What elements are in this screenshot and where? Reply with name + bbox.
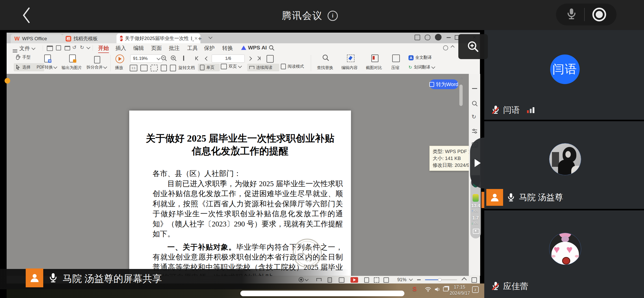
next-page-button[interactable] — [248, 57, 252, 61]
pdf-convert-button[interactable]: W PDF转换 — [37, 54, 58, 73]
menu-home[interactable]: 开始 — [98, 45, 109, 53]
continuous-read-button[interactable]: 连续阅读 — [247, 64, 279, 71]
cartoon-heart-eye-left: ♥ — [554, 244, 560, 255]
tab-docer[interactable]: 稻 找稻壳模板 — [62, 34, 119, 43]
zoom-value-dropdown[interactable]: 91.19% — [130, 55, 163, 63]
zoom-out-icon[interactable] — [161, 55, 167, 62]
presenter-badge — [26, 268, 43, 287]
full-translate-label: 全文翻译 — [415, 55, 432, 60]
redo-icon[interactable]: ↻ — [80, 44, 84, 50]
wps-menu-bar: 文件 ↺ ↻ 开始 插入 编辑 页面 批注 工具 保护 转换 WPS AI — [7, 43, 480, 53]
chevron-down-icon — [238, 64, 242, 68]
first-page-button[interactable] — [195, 57, 199, 60]
export-image-label: 输出为图片 — [62, 65, 82, 71]
full-translate-button[interactable]: A 全文翻译 — [408, 55, 432, 60]
participant-tile-2[interactable]: 马院 汤益尊 — [484, 121, 644, 209]
menu-convert[interactable]: 转换 — [222, 45, 233, 52]
menu-edit[interactable]: 编辑 — [133, 45, 144, 52]
microphone-button[interactable] — [566, 7, 577, 22]
account-avatar[interactable] — [435, 34, 442, 40]
fit-width-icon[interactable] — [140, 65, 148, 71]
search-icon[interactable] — [269, 45, 275, 51]
menu-insert[interactable]: 插入 — [115, 45, 126, 52]
export-image-icon — [69, 55, 76, 62]
single-page-label: 单页 — [206, 65, 214, 70]
info-icon[interactable]: i — [328, 11, 338, 21]
participant-tile-3[interactable]: ♥ ♥ 应佳蕾 — [484, 210, 644, 298]
menu-page[interactable]: 页面 — [151, 45, 162, 52]
last-page-button[interactable] — [256, 57, 260, 60]
split-merge-label: 拆分合并 — [86, 65, 103, 70]
search-doc-icon[interactable] — [472, 100, 478, 107]
upload-speed-row: ↑ K/s — [471, 209, 478, 213]
tab-document-active[interactable]: P 关于做好2025届毕业生一次性 × — [116, 34, 200, 43]
swap-pages-icon[interactable] — [183, 56, 184, 61]
hand-tool-button[interactable]: 手型 — [15, 55, 31, 60]
bottom-scrollbar-pill[interactable] — [240, 291, 404, 296]
vertical-scrollbar-thumb[interactable] — [459, 85, 463, 106]
double-page-label: 双页 — [229, 64, 237, 69]
export-image-button[interactable]: 输出为图片 — [61, 54, 84, 73]
open-file-icon[interactable] — [47, 46, 53, 51]
convert-to-word-button[interactable]: 转为Word — [429, 79, 458, 89]
actual-size-icon[interactable]: 1:1 — [130, 65, 137, 71]
collapse-icon[interactable] — [472, 88, 477, 89]
divider — [110, 55, 111, 71]
tooltip-modified: 修改日期: 2024/9/17 14:10 — [433, 162, 469, 169]
compress-button[interactable]: 压缩 — [389, 54, 404, 73]
screen-share-doc-icon — [191, 36, 192, 40]
tab-close-icon[interactable]: × — [194, 35, 198, 42]
eye-protect-icon[interactable] — [443, 45, 448, 50]
meeting-zoom-overlay[interactable] — [458, 34, 488, 59]
document-area[interactable]: 关于做好 2025 届毕业生一次性求职创业补贴 信息化发放工作的提醒 各市、县（… — [7, 74, 469, 276]
collapse-ribbon-icon[interactable] — [451, 45, 455, 49]
sliders-icon[interactable] — [472, 128, 478, 134]
boards-icon[interactable] — [415, 35, 420, 40]
tab-wps-office[interactable]: W WPS Office — [11, 34, 63, 43]
tab-label: 关于做好2025届毕业生一次性 — [125, 35, 189, 42]
floating-orange-dot[interactable] — [5, 78, 10, 84]
prev-page-button[interactable] — [205, 57, 209, 61]
redo-chevron-icon[interactable] — [86, 45, 91, 49]
settings-icon[interactable] — [425, 35, 430, 40]
new-tab-button[interactable]: + — [198, 35, 202, 43]
scroll-up-arrow[interactable] — [460, 77, 463, 79]
menu-annotate[interactable]: 批注 — [169, 45, 180, 52]
pdf-page: 关于做好 2025 届毕业生一次性求职创业补贴 信息化发放工作的提醒 各市、县（… — [129, 111, 351, 276]
print-icon[interactable] — [65, 46, 70, 50]
hand-tool-label: 手型 — [22, 55, 31, 60]
edit-content-button[interactable]: 编辑内容 — [340, 54, 361, 73]
camera-icon[interactable] — [473, 229, 479, 234]
book-icon[interactable] — [267, 55, 274, 63]
panel-expand-handle[interactable] — [470, 138, 484, 188]
zoom-in-icon[interactable] — [170, 55, 177, 62]
screenshot-compare-button[interactable]: 截图对比 — [364, 54, 386, 73]
play-button[interactable]: 播放 — [113, 54, 129, 73]
menu-protect[interactable]: 保护 — [204, 45, 215, 52]
rotate-right-icon[interactable] — [170, 65, 176, 71]
participant-tile-1[interactable]: 闫语 闫语 — [484, 30, 644, 120]
split-merge-button[interactable]: 拆分合并 — [86, 54, 108, 73]
photo-face — [565, 151, 571, 158]
save-icon[interactable] — [56, 45, 61, 50]
undo-icon[interactable]: ↺ — [72, 44, 77, 50]
tab-list-chevron-icon[interactable] — [209, 35, 213, 39]
file-menu[interactable]: 文件 — [13, 45, 35, 52]
translate-rail-icon[interactable]: ↻ — [472, 114, 476, 120]
minimize-button[interactable] — [447, 37, 451, 38]
word-translate-button[interactable]: ↻ 划词翻译 — [408, 65, 435, 70]
back-icon[interactable] — [21, 7, 32, 24]
find-replace-button[interactable]: 查找替换 — [315, 54, 337, 73]
wps-ai-menu[interactable]: WPS AI — [241, 45, 267, 51]
read-mode-button[interactable]: 阅读模式 — [281, 64, 304, 69]
chevron-down-icon — [32, 46, 36, 50]
fit-page-icon[interactable] — [151, 65, 158, 71]
tooltip-type: 类型: WPS PDF 文档 — [433, 148, 469, 155]
rotate-left-icon[interactable] — [161, 65, 167, 71]
single-page-button[interactable]: 单页 — [198, 64, 220, 71]
menu-tools[interactable]: 工具 — [187, 45, 198, 52]
page-indicator-box[interactable]: 1/6 — [212, 55, 245, 63]
double-page-button[interactable]: 双页 — [221, 64, 241, 69]
record-button[interactable] — [592, 8, 606, 21]
rotate-doc-label[interactable]: 旋转文档 — [179, 65, 195, 71]
